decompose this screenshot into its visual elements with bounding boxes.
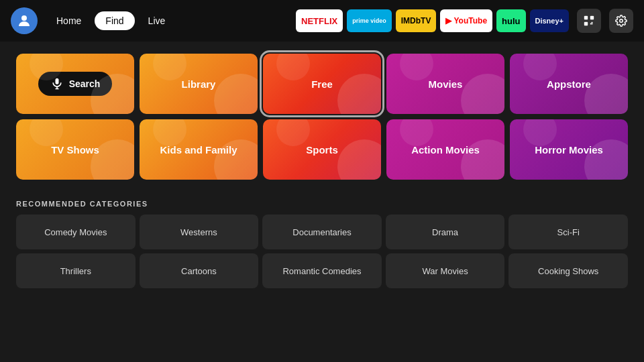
streaming-logos: NETFLIX prime video IMDbTV ▶ YouTube hul…	[296, 9, 569, 32]
appstore-tile[interactable]: Appstore	[510, 54, 628, 114]
rec-tile-romantic-comedies[interactable]: Romantic Comedies	[262, 253, 382, 288]
svg-point-0	[21, 15, 27, 21]
sports-tile[interactable]: Sports	[263, 119, 381, 180]
recommended-title: RECOMMENDED CATEGORIES	[16, 200, 628, 208]
movies-tile[interactable]: Movies	[386, 54, 504, 114]
apps-button[interactable]	[577, 9, 601, 33]
search-button[interactable]: Search	[38, 72, 113, 96]
svg-point-7	[620, 19, 623, 23]
settings-button[interactable]	[609, 9, 633, 33]
youtube-logo[interactable]: ▶ YouTube	[440, 9, 492, 32]
user-icon	[16, 13, 32, 29]
search-tile[interactable]: Search	[16, 54, 134, 114]
nav-find[interactable]: Find	[95, 11, 134, 30]
horrormovies-tile[interactable]: Horror Movies	[510, 119, 628, 180]
svg-rect-4	[592, 23, 593, 25]
main-content: Search Library Free Movies Appstore TV S…	[0, 42, 644, 186]
movies-label: Movies	[429, 78, 463, 90]
recommended-grid: Comedy Movies Westerns Documentaries Dra…	[16, 215, 628, 288]
rec-tile-westerns[interactable]: Westerns	[140, 215, 259, 249]
mic-icon	[50, 77, 64, 90]
recommended-section: RECOMMENDED CATEGORIES Comedy Movies Wes…	[0, 200, 644, 288]
library-label: Library	[182, 78, 216, 90]
kidsandfamily-tile[interactable]: Kids and Family	[140, 119, 258, 180]
kidsandfamily-label: Kids and Family	[160, 144, 237, 156]
avatar[interactable]	[11, 7, 38, 34]
svg-rect-3	[584, 22, 588, 25]
rec-tile-comedy-movies[interactable]: Comedy Movies	[16, 215, 136, 249]
hulu-logo[interactable]: hulu	[496, 9, 525, 32]
actionmovies-label: Action Movies	[411, 144, 480, 156]
rec-tile-cartoons[interactable]: Cartoons	[140, 253, 259, 288]
grid-icon	[583, 15, 595, 27]
rec-tile-drama[interactable]: Drama	[386, 215, 505, 249]
svg-rect-8	[55, 78, 58, 84]
imdb-logo[interactable]: IMDbTV	[396, 9, 437, 32]
disney-logo[interactable]: Disney+	[530, 9, 570, 32]
free-label: Free	[311, 78, 333, 90]
search-label: Search	[69, 78, 101, 89]
top-nav: Home Find Live NETFLIX prime video IMDbT…	[0, 0, 644, 42]
rec-tile-thrillers[interactable]: Thrillers	[16, 253, 136, 288]
sports-label: Sports	[306, 144, 338, 156]
appstore-label: Appstore	[547, 78, 591, 90]
rec-tile-war-movies[interactable]: War Movies	[386, 253, 505, 288]
gear-icon	[615, 15, 627, 27]
tvshows-tile[interactable]: TV Shows	[16, 119, 134, 180]
netflix-logo[interactable]: NETFLIX	[296, 9, 343, 32]
svg-rect-6	[590, 23, 592, 25]
rec-tile-scifi[interactable]: Sci-Fi	[508, 215, 628, 249]
prime-logo[interactable]: prime video	[347, 9, 392, 32]
svg-rect-1	[584, 16, 588, 19]
nav-live[interactable]: Live	[138, 11, 176, 30]
category-grid: Search Library Free Movies Appstore TV S…	[16, 54, 628, 180]
nav-links: Home Find Live	[46, 11, 176, 30]
rec-tile-cooking-shows[interactable]: Cooking Shows	[508, 253, 628, 288]
tvshows-label: TV Shows	[51, 144, 99, 156]
horrormovies-label: Horror Movies	[535, 144, 603, 156]
free-tile[interactable]: Free	[263, 54, 381, 114]
rec-tile-documentaries[interactable]: Documentaries	[262, 215, 382, 249]
svg-rect-5	[592, 22, 593, 23]
library-tile[interactable]: Library	[140, 54, 258, 114]
nav-home[interactable]: Home	[46, 11, 92, 30]
svg-rect-2	[590, 16, 594, 19]
actionmovies-tile[interactable]: Action Movies	[386, 119, 504, 180]
